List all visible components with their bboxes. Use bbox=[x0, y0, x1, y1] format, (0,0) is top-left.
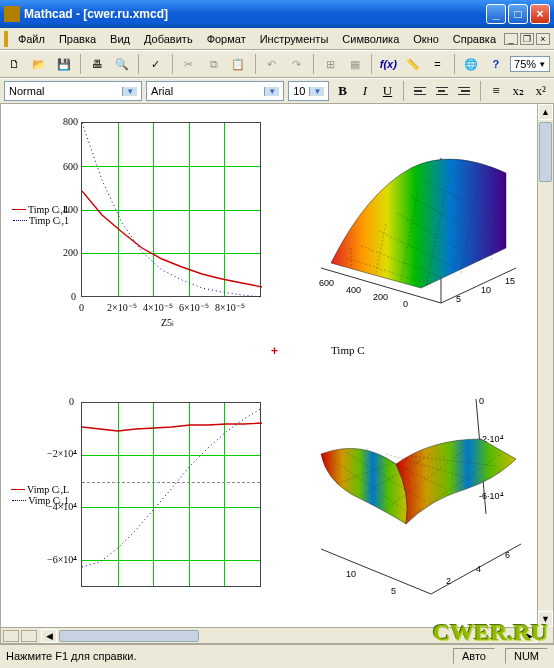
svg-text:5: 5 bbox=[456, 294, 461, 304]
chevron-down-icon: ▼ bbox=[309, 87, 324, 96]
print-button[interactable]: 🖶 bbox=[87, 53, 108, 75]
chart-1-3d[interactable]: 6004002000 51015 bbox=[291, 118, 521, 318]
undo-button[interactable]: ↶ bbox=[262, 53, 283, 75]
standard-toolbar: 🗋 📂 💾 🖶 🔍 ✓ ✂ ⧉ 📋 ↶ ↷ ⊞ ▦ f(x) 📏 = 🌐 ? 7… bbox=[0, 50, 554, 78]
chevron-down-icon: ▼ bbox=[122, 87, 137, 96]
superscript-button[interactable]: x² bbox=[532, 81, 550, 101]
svg-text:400: 400 bbox=[346, 285, 361, 295]
size-combo[interactable]: 10▼ bbox=[288, 81, 329, 101]
menu-help[interactable]: Справка bbox=[447, 31, 502, 47]
help-button[interactable]: ? bbox=[485, 53, 506, 75]
chart-label: Timp C bbox=[331, 344, 365, 356]
mdi-close[interactable]: × bbox=[536, 33, 550, 45]
workspace: Timp Cᵢ,L Timp Cᵢ,1 800 600 400 200 0 0 … bbox=[0, 104, 554, 644]
zoom-combo[interactable]: 75% ▼ bbox=[510, 56, 550, 72]
menu-tools[interactable]: Инструменты bbox=[254, 31, 335, 47]
svg-text:10: 10 bbox=[346, 569, 356, 579]
scroll-corner bbox=[537, 627, 553, 643]
copy-button[interactable]: ⧉ bbox=[203, 53, 224, 75]
separate-button[interactable]: ▦ bbox=[344, 53, 365, 75]
align-areas-button[interactable]: ⊞ bbox=[320, 53, 341, 75]
svg-line-22 bbox=[321, 549, 431, 594]
svg-text:600: 600 bbox=[319, 278, 334, 288]
cursor-cross-icon: + bbox=[271, 344, 278, 358]
chart-2-3d[interactable]: 0 -2·10⁴ -6·10⁴ 246 510 bbox=[291, 384, 531, 614]
svg-text:5: 5 bbox=[391, 586, 396, 596]
align-left-button[interactable] bbox=[410, 81, 430, 101]
fx-button[interactable]: f(x) bbox=[378, 53, 399, 75]
chevron-down-icon: ▼ bbox=[538, 60, 546, 69]
legend-item: Timp Cᵢ,L bbox=[7, 204, 69, 215]
titlebar: Mathcad - [cwer.ru.xmcd] _ □ × bbox=[0, 0, 554, 28]
preview-button[interactable]: 🔍 bbox=[112, 53, 133, 75]
style-combo[interactable]: Normal▼ bbox=[4, 81, 142, 101]
scrollbar-thumb[interactable] bbox=[539, 122, 552, 182]
sheet-nav-button[interactable] bbox=[3, 630, 19, 642]
chevron-down-icon: ▼ bbox=[264, 87, 279, 96]
zoom-value: 75% bbox=[514, 58, 536, 70]
calc-button[interactable]: = bbox=[427, 53, 448, 75]
window-title: Mathcad - [cwer.ru.xmcd] bbox=[24, 7, 486, 21]
status-help-text: Нажмите F1 для справки. bbox=[6, 650, 137, 662]
legend-item: Vimp Cᵢ,L bbox=[7, 484, 69, 495]
svg-text:0: 0 bbox=[403, 299, 408, 309]
cut-button[interactable]: ✂ bbox=[179, 53, 200, 75]
menu-window[interactable]: Окно bbox=[407, 31, 445, 47]
sheet-nav-button[interactable] bbox=[21, 630, 37, 642]
underline-button[interactable]: U bbox=[378, 81, 396, 101]
document-area[interactable]: Timp Cᵢ,L Timp Cᵢ,1 800 600 400 200 0 0 … bbox=[1, 104, 537, 627]
svg-text:-6·10⁴: -6·10⁴ bbox=[479, 491, 504, 501]
save-button[interactable]: 💾 bbox=[53, 53, 74, 75]
menu-symbolics[interactable]: Символика bbox=[336, 31, 405, 47]
spell-button[interactable]: ✓ bbox=[145, 53, 166, 75]
menu-edit[interactable]: Правка bbox=[53, 31, 102, 47]
align-right-button[interactable] bbox=[454, 81, 474, 101]
scroll-right-icon[interactable]: ▶ bbox=[521, 629, 537, 643]
mdi-minimize[interactable]: _ bbox=[504, 33, 518, 45]
maximize-button[interactable]: □ bbox=[508, 4, 528, 24]
svg-text:0: 0 bbox=[479, 396, 484, 406]
format-toolbar: Normal▼ Arial▼ 10▼ B I U ≡ x₂ x² bbox=[0, 78, 554, 104]
svg-text:10: 10 bbox=[481, 285, 491, 295]
statusbar: Нажмите F1 для справки. Авто NUM bbox=[0, 644, 554, 666]
svg-text:15: 15 bbox=[505, 276, 515, 286]
go-button[interactable]: 🌐 bbox=[461, 53, 482, 75]
close-button[interactable]: × bbox=[530, 4, 550, 24]
font-combo[interactable]: Arial▼ bbox=[146, 81, 284, 101]
scroll-down-icon[interactable]: ▼ bbox=[538, 611, 553, 627]
redo-button[interactable]: ↷ bbox=[286, 53, 307, 75]
svg-text:200: 200 bbox=[373, 292, 388, 302]
chart-2-2d[interactable]: Vimp Cᵢ,L Vimp Cᵢ,1 0 −2×10⁴ −4×10⁴ −6×1… bbox=[11, 394, 271, 614]
new-button[interactable]: 🗋 bbox=[4, 53, 25, 75]
menu-view[interactable]: Вид bbox=[104, 31, 136, 47]
scrollbar-thumb[interactable] bbox=[59, 630, 199, 642]
scroll-up-icon[interactable]: ▲ bbox=[538, 104, 553, 120]
mdi-restore[interactable]: ❐ bbox=[520, 33, 534, 45]
bold-button[interactable]: B bbox=[333, 81, 351, 101]
align-center-button[interactable] bbox=[432, 81, 452, 101]
open-button[interactable]: 📂 bbox=[29, 53, 50, 75]
status-auto: Авто bbox=[453, 648, 495, 664]
menubar: Файл Правка Вид Добавить Формат Инструме… bbox=[0, 28, 554, 50]
italic-button[interactable]: I bbox=[356, 81, 374, 101]
horizontal-scrollbar[interactable]: ◀ ▶ bbox=[1, 627, 537, 643]
menu-insert[interactable]: Добавить bbox=[138, 31, 199, 47]
vertical-scrollbar[interactable]: ▲ ▼ bbox=[537, 104, 553, 627]
scroll-left-icon[interactable]: ◀ bbox=[41, 629, 57, 643]
document-icon bbox=[4, 31, 8, 47]
legend-item: Timp Cᵢ,1 bbox=[7, 215, 69, 226]
unit-button[interactable]: 📏 bbox=[403, 53, 424, 75]
chart-1-2d[interactable]: Timp Cᵢ,L Timp Cᵢ,1 800 600 400 200 0 0 … bbox=[11, 114, 271, 334]
bullets-button[interactable]: ≡ bbox=[487, 81, 505, 101]
svg-text:6: 6 bbox=[505, 550, 510, 560]
svg-text:4: 4 bbox=[476, 564, 481, 574]
minimize-button[interactable]: _ bbox=[486, 4, 506, 24]
status-num: NUM bbox=[505, 648, 548, 664]
paste-button[interactable]: 📋 bbox=[228, 53, 249, 75]
subscript-button[interactable]: x₂ bbox=[509, 81, 527, 101]
app-icon bbox=[4, 6, 20, 22]
menu-format[interactable]: Формат bbox=[201, 31, 252, 47]
menu-file[interactable]: Файл bbox=[12, 31, 51, 47]
svg-text:2: 2 bbox=[446, 576, 451, 586]
